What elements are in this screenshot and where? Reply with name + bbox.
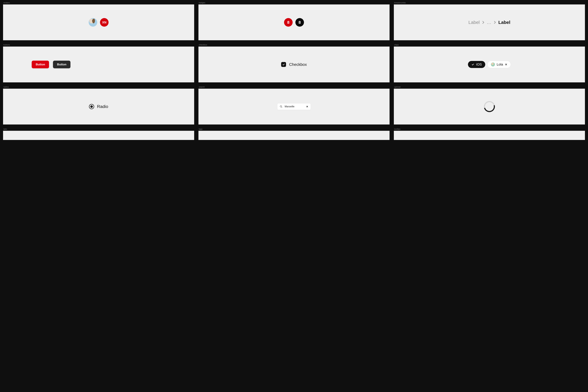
search-icon [280,105,282,108]
badge-black-value: 8 [298,20,301,25]
panel-chips: iOS Lola [394,46,585,82]
cell-search: search Marseille [198,86,390,124]
chip-removable-label: Lola [497,62,503,66]
badge-black: 8 [296,18,304,27]
section-title-tabs: tabs [3,128,194,130]
section-title-tags: tags [198,128,390,130]
close-icon[interactable] [306,106,308,108]
primary-button-label: Button [36,63,45,66]
panel-checkbox: Checkbox [198,46,390,82]
svg-point-0 [280,106,282,107]
panel-avatars: XN [3,4,194,40]
section-title-avatars: avatars [3,2,194,4]
panel-spinner [394,89,585,124]
chip-removable[interactable]: Lola [488,61,511,68]
avatar-image[interactable] [89,18,97,27]
cell-tooltips: tooltips [394,128,585,140]
section-title-tooltips: tooltips [394,128,585,130]
radio-dot-icon [90,105,93,108]
avatar-initials[interactable]: XN [100,18,108,27]
spinner-icon [482,99,497,114]
chip-selected[interactable]: iOS [468,61,485,68]
panel-tags [198,131,390,140]
cell-chips: chips iOS Lola [394,44,585,82]
panel-buttons: Button Button [3,46,194,82]
panel-breadcrumbs: Label … Label [394,4,585,40]
chevron-right-icon [494,20,496,25]
radio-label: Radio [97,104,108,109]
radio-input[interactable] [89,104,94,109]
breadcrumb-ellipsis[interactable]: … [487,20,492,25]
search-input[interactable]: Marseille [277,103,311,110]
checkbox-label: Checkbox [289,62,307,67]
search-value: Marseille [285,105,304,108]
breadcrumb-item-current: Label [498,20,510,25]
section-title-spinner: spinner [394,86,585,88]
breadcrumb-item-first[interactable]: Label [468,20,480,25]
chip-selected-label: iOS [476,62,482,66]
breadcrumb: Label … Label [468,20,510,25]
cell-tabs: tabs [3,128,194,140]
checkbox-input[interactable] [281,62,286,67]
panel-tooltips [394,131,585,140]
section-title-radios: radios [3,86,194,88]
cell-radios: radios Radio [3,86,194,124]
close-icon[interactable] [505,63,507,66]
cell-tags: tags [198,128,390,140]
check-icon [471,63,474,66]
badge-red: 8 [284,18,292,27]
secondary-button[interactable]: Button [53,61,70,68]
check-icon [282,63,285,66]
cell-spinner: spinner [394,86,585,124]
panel-radios: Radio [3,89,194,124]
chip-avatar [491,62,495,66]
cell-breadcrumbs: breadcrumbs Label … Label [394,2,585,40]
avatar-initials-text: XN [102,21,106,24]
panel-search: Marseille [198,89,390,124]
secondary-button-label: Button [57,63,66,66]
panel-tabs [3,131,194,140]
section-title-breadcrumbs: breadcrumbs [394,2,585,4]
cell-avatars: avatars XN [3,2,194,40]
section-title-buttons: buttons [3,44,194,46]
badge-red-value: 8 [287,20,290,25]
section-title-badges: badges [198,2,390,4]
primary-button[interactable]: Button [32,61,49,68]
section-title-chips: chips [394,44,585,46]
chevron-right-icon [482,20,484,25]
cell-badges: badges 8 8 [198,2,390,40]
component-gallery-grid: avatars XN badges 8 8 breadcrum [3,2,585,140]
section-title-checkbox: checkbox [198,44,390,46]
cell-buttons: buttons Button Button [3,44,194,82]
panel-badges: 8 8 [198,4,390,40]
cell-checkbox: checkbox Checkbox [198,44,390,82]
section-title-search: search [198,86,390,88]
